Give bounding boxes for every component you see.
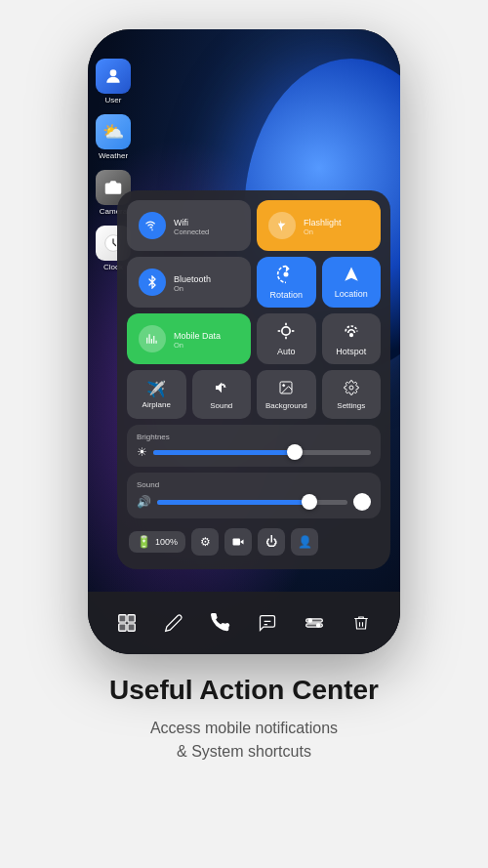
- battery-icon: 🔋: [137, 535, 151, 549]
- svg-rect-14: [119, 615, 126, 622]
- cc-row2: Mobile Data On A: [127, 313, 381, 364]
- settings-status-btn[interactable]: ⚙: [191, 528, 219, 556]
- brightness-section: Brightnes ☀: [127, 425, 381, 467]
- sound-button[interactable]: Sound: [192, 370, 252, 419]
- rotation-button[interactable]: Rotation: [257, 257, 316, 308]
- rotation-icon: [276, 265, 296, 288]
- svg-point-11: [283, 384, 285, 386]
- sound-toggle[interactable]: [353, 493, 371, 511]
- svg-rect-15: [128, 615, 135, 622]
- battery-indicator: 🔋 100%: [129, 531, 185, 553]
- brightness-thumb[interactable]: [287, 444, 303, 460]
- mobile-data-text: Mobile Data On: [174, 329, 221, 350]
- app-icon-user[interactable]: User: [96, 59, 131, 104]
- cc-top-grid: Wifi Connected Flashlight On: [127, 200, 381, 308]
- hotspot-button[interactable]: Hotspot: [322, 313, 382, 364]
- svg-rect-13: [233, 539, 241, 546]
- page-text-section: Useful Action Center Access mobile notif…: [80, 674, 408, 793]
- sound-icon: [214, 380, 229, 399]
- sound-thumb[interactable]: [302, 494, 317, 510]
- dock-phone[interactable]: [205, 607, 236, 639]
- bluetooth-text: Bluetooth On: [174, 272, 211, 293]
- profile-status-btn[interactable]: 👤: [291, 528, 318, 556]
- brightness-fill: [153, 450, 295, 455]
- svg-point-23: [317, 624, 320, 627]
- bluetooth-button[interactable]: Bluetooth On: [127, 257, 251, 308]
- power-btn[interactable]: ⏻: [258, 528, 285, 556]
- settings-icon: [344, 380, 359, 399]
- location-button[interactable]: Location: [322, 257, 382, 308]
- page-title: Useful Action Center: [109, 674, 379, 707]
- brightness-icon: ☀: [137, 445, 147, 459]
- control-center-panel: Wifi Connected Flashlight On: [117, 190, 390, 569]
- sound-slider[interactable]: [157, 500, 347, 505]
- wifi-icon: [139, 212, 166, 239]
- weather-icon: ⛅: [96, 114, 131, 149]
- svg-point-12: [349, 386, 353, 390]
- cc-action-row: ✈️ Airplane Sound: [127, 370, 381, 419]
- svg-point-0: [110, 69, 117, 76]
- sound-section: Sound 🔊: [127, 473, 381, 518]
- dock-toggle[interactable]: [299, 607, 330, 639]
- background-icon: [278, 380, 294, 399]
- dock-trash[interactable]: [346, 607, 377, 639]
- auto-button[interactable]: Auto: [257, 313, 316, 364]
- dock-finder[interactable]: [111, 607, 142, 639]
- app-icon-weather[interactable]: ⛅ Weather: [96, 114, 131, 160]
- mobile-data-icon: [139, 325, 166, 352]
- airplane-icon: ✈️: [146, 380, 166, 398]
- battery-percent: 100%: [155, 537, 178, 547]
- phone-frame: User ⛅ Weather Camera: [88, 29, 400, 654]
- bluetooth-icon: [139, 269, 166, 296]
- dock-message[interactable]: [252, 607, 283, 639]
- hotspot-icon: [342, 321, 361, 345]
- location-icon: [343, 266, 360, 287]
- sound-label: Sound: [137, 480, 371, 489]
- weather-label: Weather: [99, 151, 128, 160]
- brightness-label: Brightnes: [137, 433, 371, 441]
- flashlight-button[interactable]: Flashlight On: [257, 200, 381, 251]
- flashlight-icon: [268, 212, 296, 239]
- svg-point-3: [285, 272, 288, 275]
- cc-status-bar: 🔋 100% ⚙ ⏻ 👤: [127, 524, 381, 559]
- sound-slider-icon: 🔊: [137, 495, 151, 509]
- phone-dock: [88, 592, 400, 654]
- svg-point-4: [282, 327, 290, 335]
- flashlight-text: Flashlight On: [304, 216, 342, 236]
- airplane-button[interactable]: ✈️ Airplane: [127, 370, 186, 419]
- wifi-text: Wifi Connected: [174, 216, 209, 236]
- camera-status-btn[interactable]: [224, 528, 252, 556]
- user-icon: [96, 59, 131, 94]
- settings-button[interactable]: Settings: [322, 370, 382, 419]
- wifi-button[interactable]: Wifi Connected: [127, 200, 251, 251]
- sound-fill: [157, 500, 309, 505]
- page-subtitle: Access mobile notifications& System shor…: [109, 717, 379, 764]
- user-label: User: [105, 96, 122, 104]
- auto-icon: [276, 321, 296, 345]
- brightness-slider[interactable]: [153, 450, 371, 455]
- svg-rect-16: [119, 624, 126, 631]
- phone-screen: User ⛅ Weather Camera: [88, 29, 400, 654]
- svg-point-9: [350, 334, 353, 337]
- svg-point-22: [308, 619, 311, 622]
- dock-pencil[interactable]: [158, 607, 189, 639]
- svg-rect-17: [128, 624, 135, 631]
- mobile-data-button[interactable]: Mobile Data On: [127, 313, 251, 364]
- background-button[interactable]: Background: [257, 370, 316, 419]
